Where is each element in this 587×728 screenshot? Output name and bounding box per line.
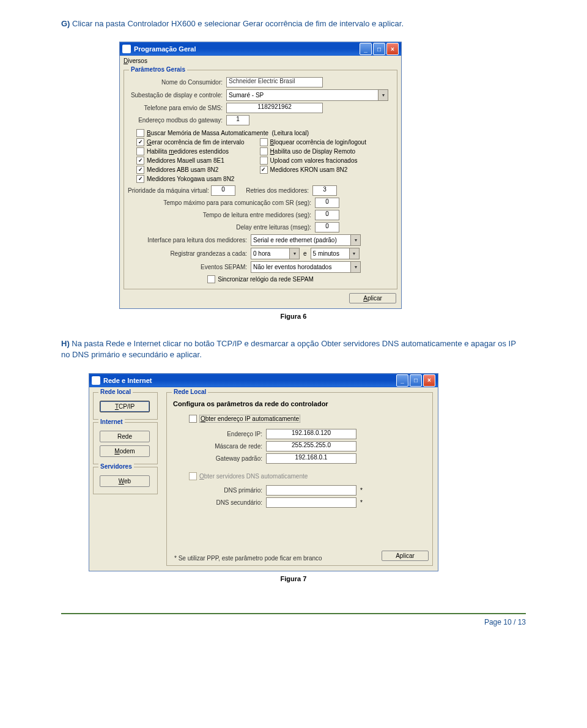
input-prioridade[interactable]: 0 <box>211 185 235 196</box>
label-obter-ip: Obter endereço IP automaticamente <box>199 415 300 423</box>
label-gerar-ocorrencia: Gerar ocorrência de fim de intervalo <box>147 139 245 146</box>
label-registrar: Registrar grandezas a cada: <box>128 250 251 257</box>
close-button[interactable]: × <box>423 374 435 387</box>
dropdown-sepam[interactable]: Não ler eventos horodatados <box>251 261 361 273</box>
maximize-button[interactable]: □ <box>373 43 385 55</box>
checkbox-buscar-memoria[interactable] <box>136 129 144 137</box>
figure-7-caption: Figura 7 <box>61 575 526 582</box>
titlebar[interactable]: Rede e Internet _ □ × <box>89 374 438 387</box>
tcpip-button[interactable]: TCP/IP <box>100 401 150 412</box>
group-servidores: Servidores <box>98 463 134 470</box>
checkbox-upload-frac[interactable] <box>260 157 268 165</box>
checkbox-abb[interactable] <box>136 166 144 174</box>
input-dns2[interactable] <box>266 497 356 508</box>
dropdown-interface[interactable]: Serial e rede ethernet (padrão) <box>251 234 361 246</box>
checkbox-kron[interactable] <box>260 166 268 174</box>
input-gateway[interactable]: 192.168.0.1 <box>266 453 356 464</box>
app-icon <box>92 376 100 385</box>
input-tempo-leitura[interactable]: 0 <box>315 210 339 220</box>
input-consumidor[interactable]: Schneider Electric Brasil <box>226 77 323 87</box>
rede-button[interactable]: Rede <box>100 431 150 442</box>
checkbox-mauell[interactable] <box>136 157 144 165</box>
label-dns1: DNS primário: <box>171 487 266 494</box>
apply-button[interactable]: Aplicar <box>349 293 396 303</box>
web-button[interactable]: Web <box>100 475 150 487</box>
chevron-down-icon[interactable] <box>378 90 388 100</box>
maximize-button[interactable]: □ <box>410 374 422 387</box>
label-dns2: DNS secundário: <box>171 499 266 506</box>
dropdown-reg-hora[interactable]: 0 hora <box>251 248 300 259</box>
instruction-h-prefix: H) <box>61 339 70 348</box>
close-button[interactable]: × <box>386 43 399 55</box>
label-upload-frac: Upload com valores fracionados <box>270 157 358 164</box>
label-kron: Medidores KRON usam 8N2 <box>270 166 348 173</box>
dropdown-subestacao[interactable]: Sumaré - SP <box>226 89 388 101</box>
label-modbus: Endereço modbus do gateway: <box>128 117 226 124</box>
input-tempo-max[interactable]: 0 <box>315 198 339 208</box>
input-dns1[interactable] <box>266 485 356 496</box>
minimize-button[interactable]: _ <box>360 43 372 55</box>
label-tempo-leitura: Tempo de leitura entre medidores (seg): <box>128 212 315 218</box>
input-sms[interactable]: 1182921962 <box>226 103 323 113</box>
checkbox-obter-dns[interactable] <box>189 472 197 480</box>
label-yokogawa: Medidores Yokogawa usam 8N2 <box>147 176 234 182</box>
chevron-down-icon[interactable] <box>350 235 360 245</box>
checkbox-yokogawa[interactable] <box>136 175 144 183</box>
group-main-rede-local: Rede Local <box>172 388 208 395</box>
label-habilita-estendidos: Habilita medidores estendidos <box>147 148 229 155</box>
group-legend: Parâmetros Gerais <box>129 66 187 73</box>
instruction-h: H) Na pasta Rede e Internet clicar no bo… <box>61 338 526 360</box>
label-subestacao: Subestação de display e controle: <box>128 92 226 98</box>
chevron-down-icon[interactable] <box>289 248 299 259</box>
checkbox-display-remoto[interactable] <box>260 147 268 155</box>
window-title: Rede e Internet <box>103 377 396 384</box>
label-tempo-max: Tempo máximo para para comunicação com S… <box>128 199 315 206</box>
checkbox-obter-ip[interactable] <box>189 415 197 423</box>
window-title: Programação Geral <box>134 45 360 53</box>
label-consumidor: Nome do Consumidor: <box>128 79 226 86</box>
star-dns1: * <box>360 487 363 494</box>
modem-button[interactable]: Modem <box>100 445 150 457</box>
label-sms: Telefone para envio de SMS: <box>128 105 226 111</box>
instruction-g-text: Clicar na pasta Controlador HX600 e sele… <box>72 19 404 28</box>
window-programacao-geral: Programação Geral _ □ × Diversos Parâmet… <box>119 42 402 309</box>
titlebar[interactable]: Programação Geral _ □ × <box>120 42 401 56</box>
label-prioridade: Prioridade da máquina virtual: <box>128 187 211 194</box>
label-abb: Medidores ABB usam 8N2 <box>147 166 218 173</box>
label-gateway: Gateway padrão: <box>171 455 266 462</box>
checkbox-bloquear-login[interactable] <box>260 138 268 146</box>
chevron-down-icon[interactable] <box>350 262 360 272</box>
group-rede-local: Rede local <box>98 388 133 395</box>
checkbox-habilita-estendidos[interactable] <box>136 147 144 155</box>
label-display-remoto: Habilita uso de Display Remoto <box>270 148 356 155</box>
minimize-button[interactable]: _ <box>396 374 408 387</box>
menu-diversos: Diversos <box>124 58 147 64</box>
apply-button[interactable]: Aplicar <box>382 551 429 561</box>
chevron-down-icon[interactable] <box>349 248 359 259</box>
dropdown-reg-min[interactable]: 5 minutos <box>311 248 360 259</box>
label-mascara: Máscara de rede: <box>171 443 266 450</box>
input-mascara[interactable]: 255.255.255.0 <box>266 441 356 451</box>
label-obter-dns: Obter servidores DNS automaticamente <box>199 473 308 480</box>
label-retries: Retries dos medidores: <box>235 187 312 194</box>
label-mauell: Medidores Mauell usam 8E1 <box>147 157 224 164</box>
label-endereco-ip: Endereço IP: <box>171 431 266 437</box>
input-endereco-ip[interactable]: 192.168.0.120 <box>266 429 356 439</box>
instruction-h-text: Na pasta Rede e Internet clicar no botão… <box>61 339 516 359</box>
menubar[interactable]: Diversos <box>120 56 401 66</box>
star-dns2: * <box>360 499 363 506</box>
input-retries[interactable]: 3 <box>312 185 337 196</box>
app-icon <box>122 45 131 53</box>
checkbox-gerar-ocorrencia[interactable] <box>136 138 144 146</box>
label-delay: Delay entre leituras (mseg): <box>128 224 315 231</box>
label-bloquear-login: Bloquear ocorrência de login/logout <box>270 139 366 146</box>
figure-6-caption: Figura 6 <box>61 313 526 320</box>
group-parametros-gerais: Parâmetros Gerais Nome do Consumidor: Sc… <box>124 70 397 289</box>
checkbox-sincronizar[interactable] <box>207 275 215 283</box>
window-rede-internet: Rede e Internet _ □ × Rede local TCP/IP … <box>89 373 438 571</box>
input-modbus[interactable]: 1 <box>226 115 249 125</box>
instruction-g-prefix: G) <box>61 19 70 28</box>
side-panel: Rede local TCP/IP Internet Rede Modem Se… <box>89 387 161 571</box>
label-interface: Interface para leitura dos medidores: <box>128 237 251 243</box>
input-delay[interactable]: 0 <box>315 222 339 232</box>
